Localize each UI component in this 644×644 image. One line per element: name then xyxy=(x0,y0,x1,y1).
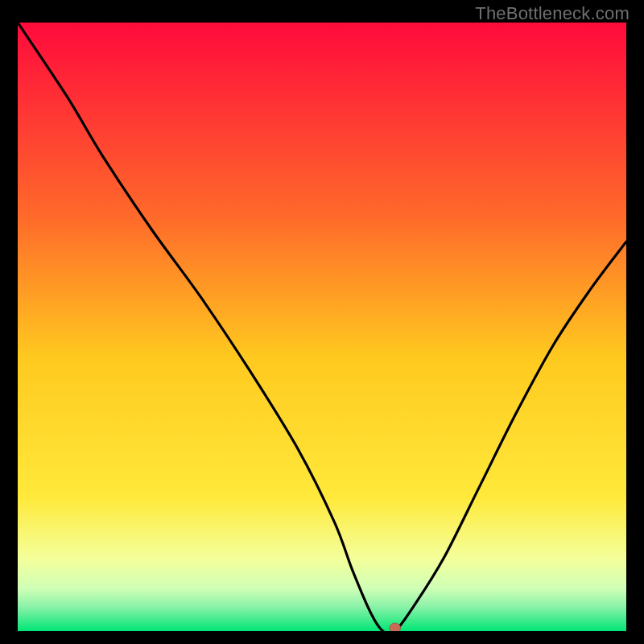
watermark-text: TheBottleneck.com xyxy=(475,3,630,24)
chart-frame: TheBottleneck.com xyxy=(0,0,644,644)
gradient-background xyxy=(18,23,626,631)
plot-area xyxy=(18,23,626,631)
plot-svg xyxy=(18,23,626,631)
optimal-point-marker xyxy=(390,623,401,631)
